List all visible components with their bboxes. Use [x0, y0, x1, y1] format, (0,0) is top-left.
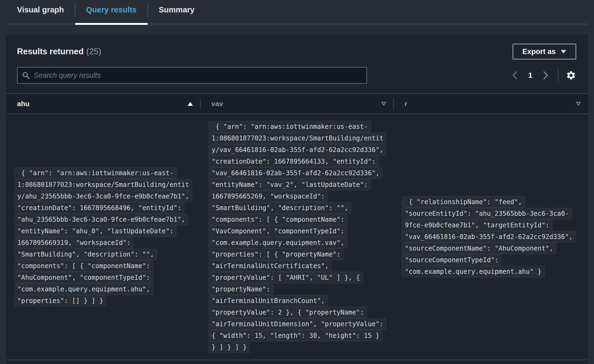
tab-query-results[interactable]: Query results — [75, 0, 148, 24]
search-input[interactable] — [34, 71, 362, 80]
json-line: "AhuComponent", "componentTypeId": — [14, 272, 153, 283]
json-line: { "arn": "arn:aws:iottwinmaker:us-east- — [209, 121, 371, 132]
sort-indicator-icon — [381, 102, 386, 106]
json-line: { "arn": "arn:aws:iottwinmaker:us-east- — [14, 167, 176, 179]
panel-header: Results returned (25) Export as — [6, 35, 588, 59]
json-line: y/ahu_23565bbb-3ec6-3ca0-9fce-e9b0cfeae7… — [14, 191, 192, 202]
json-line: { "width": 15, "length": 30, "height": 1… — [209, 330, 382, 341]
json-cell-content-vav: { "arn": "arn:aws:iottwinmaker:us-east-1… — [209, 121, 386, 353]
json-line: "SmartBuilding", "description": "", — [209, 202, 351, 214]
json-line: 9fce-e9b0cfeae7b1", "targetEntityId": — [402, 220, 552, 231]
column-header-vav[interactable]: vav — [200, 94, 393, 113]
json-line: "propertyValue": 2 }, { "propertyName": — [209, 307, 367, 318]
json-line: "components": [ { "componentName": — [209, 214, 347, 225]
tab-summary-label: Summary — [159, 5, 195, 14]
cell-r: { "relationshipName": "feed","sourceEnti… — [393, 114, 588, 360]
page-title: Results returned (25) — [17, 47, 101, 56]
json-line: "com.example.query.equipment.vav", — [209, 237, 347, 248]
table-header-row: ahu vav r — [6, 93, 588, 114]
toolbar-divider — [558, 68, 558, 83]
sort-indicator-icon — [576, 102, 581, 106]
json-line: 1667895665269, "workspaceId": — [209, 191, 328, 202]
tab-bar: Visual graph Query results Summary — [6, 0, 588, 24]
json-line: "entityName": "vav_2", "lastUpdateDate": — [209, 179, 371, 190]
json-line: "com.example.query.equipment.ahu" } — [402, 266, 545, 277]
column-header-ahu-label: ahu — [17, 100, 29, 108]
previous-page-button[interactable] — [511, 70, 518, 81]
json-line: "creationDate": 1667895668496, "entityId… — [14, 202, 184, 214]
caret-down-icon — [560, 50, 566, 54]
tab-visual-graph-label: Visual graph — [17, 5, 64, 14]
json-line: "vav_66461816-02ab-355f-afd2-62a2cc92d33… — [402, 231, 576, 242]
export-as-button[interactable]: Export as — [513, 44, 576, 59]
chevron-left-icon — [511, 70, 518, 81]
json-line: "com.example.query.equipment.ahu", — [14, 284, 153, 295]
json-line: "airTerminalUnitDimension", "propertyVal… — [209, 318, 386, 330]
json-cell-content-r: { "relationshipName": "feed","sourceEnti… — [402, 196, 576, 278]
json-line: y/vav_66461816-02ab-355f-afd2-62a2cc92d3… — [209, 144, 386, 156]
gear-icon — [566, 70, 576, 80]
json-cell-content-ahu: { "arn": "arn:aws:iottwinmaker:us-east-1… — [14, 167, 192, 307]
json-line: 1:086801877023:workspace/SmartBuilding/e… — [209, 133, 386, 144]
json-line: "ahu_23565bbb-3ec6-3ca0-9fce-e9b0cfeae7b… — [14, 214, 188, 225]
tab-query-results-label: Query results — [86, 5, 137, 14]
json-line: "properties": [] } ] } — [14, 295, 106, 306]
json-line: "airTerminalUnitBranchCount", — [209, 295, 328, 306]
column-header-r-label: r — [405, 100, 407, 108]
json-line: "propertyValue": [ "AHRI", "UL" ] }, { — [209, 272, 363, 283]
json-line: "sourceEntityId": "ahu_23565bbb-3ec6-3ca… — [402, 208, 572, 219]
tab-visual-graph[interactable]: Visual graph — [6, 0, 75, 24]
json-line: 1:086801877023:workspace/SmartBuilding/e… — [14, 179, 192, 190]
json-line: "entityName": "ahu_0", "lastUpdateDate": — [14, 225, 176, 237]
search-icon — [22, 71, 30, 79]
json-line: "sourceComponentTypeId": — [402, 254, 502, 266]
json-line: 1667895669319, "workspaceId": — [14, 237, 134, 248]
results-returned-label: Results returned — [17, 47, 84, 56]
search-box — [17, 67, 367, 84]
page-number[interactable]: 1 — [528, 71, 532, 80]
json-line: { "relationshipName": "feed", — [402, 196, 525, 208]
json-line: "SmartBuilding", "description": "", — [14, 249, 157, 260]
next-page-button[interactable] — [542, 70, 549, 81]
json-line: "properties": [ { "propertyName": — [209, 249, 343, 260]
chevron-right-icon — [542, 70, 549, 81]
settings-button[interactable] — [566, 70, 576, 80]
results-count: (25) — [86, 47, 101, 56]
table-toolbar: 1 — [17, 67, 576, 84]
results-panel: Results returned (25) Export as — [6, 35, 588, 364]
json-line: "VavComponent", "componentTypeId": — [209, 225, 347, 237]
json-line: "propertyName": — [209, 284, 273, 295]
json-line: "creationDate": 1667895664133, "entityId… — [209, 156, 379, 167]
column-header-ahu[interactable]: ahu — [6, 94, 200, 113]
json-line: } ] } ] } — [209, 342, 250, 353]
sort-ascending-icon — [187, 102, 193, 106]
tab-summary[interactable]: Summary — [148, 0, 206, 24]
json-line: "sourceComponentName": "AhuComponent", — [402, 243, 556, 254]
json-line: "vav_66461816-02ab-355f-afd2-62a2cc92d33… — [209, 167, 382, 179]
json-line: "components": [ { "componentName": — [14, 260, 153, 272]
cell-ahu: { "arn": "arn:aws:iottwinmaker:us-east-1… — [6, 114, 200, 360]
cell-vav: { "arn": "arn:aws:iottwinmaker:us-east-1… — [200, 114, 393, 360]
export-as-label: Export as — [522, 48, 556, 56]
pagination: 1 — [511, 68, 576, 83]
table-row: { "arn": "arn:aws:iottwinmaker:us-east-1… — [6, 114, 588, 360]
column-header-vav-label: vav — [211, 100, 223, 108]
column-header-r[interactable]: r — [393, 94, 588, 113]
json-line: "airTerminalUnitCertificates", — [209, 260, 332, 272]
